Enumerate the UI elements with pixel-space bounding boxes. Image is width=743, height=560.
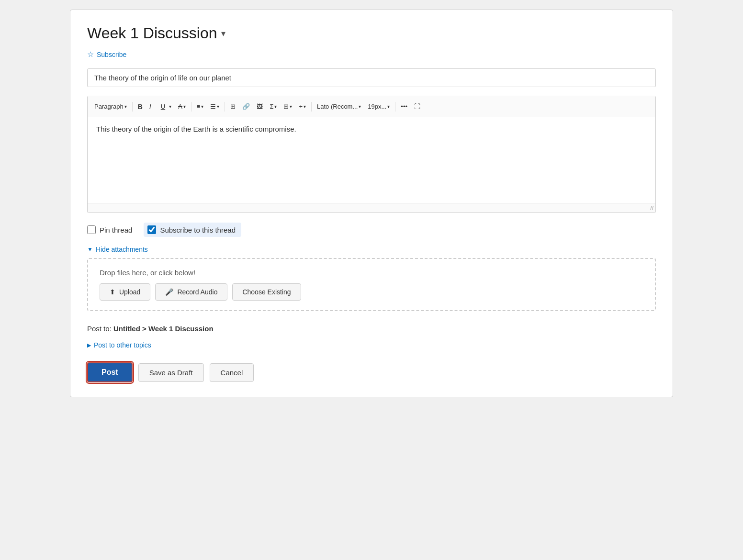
image-button[interactable]: 🖼 <box>254 101 266 112</box>
paragraph-dropdown[interactable]: Paragraph ▾ <box>91 101 130 112</box>
post-to-line: Post to: Untitled > Week 1 Discussion <box>87 325 656 333</box>
toolbar-sep-3 <box>225 102 225 112</box>
star-icon: ☆ <box>87 50 94 59</box>
equation-dropdown[interactable]: Σ ▾ <box>267 101 280 112</box>
pin-thread-checkbox[interactable] <box>87 225 96 234</box>
attachments-area: Drop files here, or click below! ⬆ Uploa… <box>87 258 656 311</box>
upload-icon: ⬆ <box>110 288 115 296</box>
pin-thread-label[interactable]: Pin thread <box>87 225 132 234</box>
choose-existing-button[interactable]: Choose Existing <box>232 283 301 301</box>
post-button[interactable]: Post <box>87 362 133 382</box>
drop-text: Drop files here, or click below! <box>100 269 643 277</box>
page-container: Week 1 Discussion ▾ ☆ Subscribe Paragrap… <box>70 10 673 397</box>
subscribe-thread-label[interactable]: Subscribe to this thread <box>144 223 241 237</box>
editor-toolbar: Paragraph ▾ B I U ▾ A ▾ ≡ ▾ ☰ ▾ <box>88 96 655 117</box>
font-dropdown[interactable]: Lato (Recom... ▾ <box>314 101 364 112</box>
paragraph-chevron: ▾ <box>124 104 127 109</box>
table-dropdown[interactable]: ⊞ ▾ <box>281 101 295 112</box>
page-title: Week 1 Discussion ▾ <box>87 24 656 42</box>
hide-attachments-chevron: ▼ <box>87 246 93 253</box>
italic-button[interactable]: I <box>146 101 154 112</box>
title-dropdown-chevron[interactable]: ▾ <box>221 28 225 39</box>
list-icon: ☰ <box>210 103 216 110</box>
subscribe-link[interactable]: ☆ Subscribe <box>87 50 656 59</box>
bold-button[interactable]: B <box>135 101 146 112</box>
editor-body[interactable]: This theory of the origin of the Earth i… <box>88 117 655 203</box>
strikethrough-icon: A <box>178 103 182 110</box>
align-icon: ≡ <box>197 103 201 110</box>
equation-icon: Σ <box>270 103 273 110</box>
toolbar-sep-2 <box>191 102 191 112</box>
insert-dropdown[interactable]: + ▾ <box>296 101 309 112</box>
insert-icon: + <box>299 103 303 110</box>
checkboxes-row: Pin thread Subscribe to this thread <box>87 223 656 237</box>
size-label: 19px... <box>368 103 386 110</box>
strikethrough-dropdown[interactable]: A ▾ <box>175 101 189 112</box>
subscribe-thread-checkbox[interactable] <box>147 225 156 234</box>
insert-block-button[interactable]: ⊞ <box>227 101 238 112</box>
editor-container: Paragraph ▾ B I U ▾ A ▾ ≡ ▾ ☰ ▾ <box>87 96 656 213</box>
post-to-section: Post to: Untitled > Week 1 Discussion <box>87 325 656 333</box>
toolbar-sep-4 <box>311 102 312 112</box>
toolbar-sep-5 <box>395 102 395 112</box>
post-to-location: Untitled > Week 1 Discussion <box>113 325 214 333</box>
link-button[interactable]: 🔗 <box>239 101 253 112</box>
more-options-button[interactable]: ••• <box>398 101 410 112</box>
fullscreen-button[interactable]: ⛶ <box>411 101 423 112</box>
underline-icon: U <box>158 101 168 112</box>
editor-resize-handle[interactable]: // <box>88 203 655 213</box>
table-icon: ⊞ <box>283 103 289 110</box>
list-dropdown[interactable]: ☰ ▾ <box>207 101 222 112</box>
underline-dropdown[interactable]: U ▾ <box>155 99 174 114</box>
save-draft-button[interactable]: Save as Draft <box>138 363 204 382</box>
action-buttons: Post Save as Draft Cancel <box>87 362 656 382</box>
microphone-icon: 🎤 <box>165 288 173 296</box>
font-label: Lato (Recom... <box>317 103 358 110</box>
post-to-other-link[interactable]: ▶ Post to other topics <box>87 341 656 349</box>
attachment-buttons: ⬆ Upload 🎤 Record Audio Choose Existing <box>100 283 643 301</box>
hide-attachments-link[interactable]: ▼ Hide attachments <box>87 246 656 253</box>
record-audio-button[interactable]: 🎤 Record Audio <box>155 283 227 301</box>
post-to-other-chevron: ▶ <box>87 342 91 348</box>
subject-input[interactable] <box>87 68 656 87</box>
size-dropdown[interactable]: 19px... ▾ <box>365 101 393 112</box>
toolbar-sep-1 <box>132 102 133 112</box>
upload-button[interactable]: ⬆ Upload <box>100 283 150 301</box>
align-dropdown[interactable]: ≡ ▾ <box>194 101 207 112</box>
cancel-button[interactable]: Cancel <box>210 363 254 382</box>
